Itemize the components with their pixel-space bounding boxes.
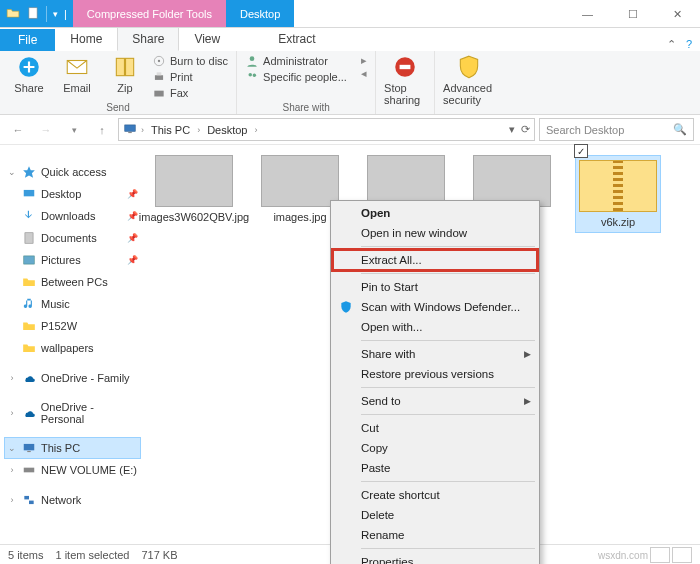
sidebar-item-p152w[interactable]: P152W [4,315,141,337]
search-icon: 🔍 [673,123,687,136]
sidebar-item-downloads[interactable]: Downloads📌 [4,205,141,227]
zip-button[interactable]: Zip [104,54,146,94]
sidebar-item-pictures[interactable]: Pictures📌 [4,249,141,271]
maximize-button[interactable]: ☐ [610,0,655,28]
navigation-pane: ⌄Quick access Desktop📌 Downloads📌 Docume… [0,145,145,544]
checkbox-icon[interactable]: ✓ [574,144,588,158]
send-group: Share Email Zip Burn to disc Print Fax S… [0,51,237,114]
status-selection: 1 item selected [55,549,129,561]
status-size: 717 KB [141,549,177,561]
svg-rect-8 [157,72,162,75]
folder-icon [6,6,20,22]
sidebar-item-desktop[interactable]: Desktop📌 [4,183,141,205]
menu-pin-to-start[interactable]: Pin to Start [333,277,537,297]
crumb-thispc[interactable]: This PC [148,124,193,136]
svg-point-11 [249,73,253,77]
sidebar-item-documents[interactable]: Documents📌 [4,227,141,249]
menu-cut[interactable]: Cut [333,418,537,438]
minimize-button[interactable]: — [565,0,610,28]
svg-rect-18 [25,233,33,244]
menu-create-shortcut[interactable]: Create shortcut [333,485,537,505]
file-item-zip[interactable]: ✓ v6k.zip [575,155,661,233]
sidebar-network[interactable]: ›Network [4,489,141,511]
file-tab[interactable]: File [0,29,55,51]
ribbon-tabs: File Home Share View Extract ⌃ ? [0,28,700,51]
svg-rect-20 [24,444,35,450]
menu-open-new-window[interactable]: Open in new window [333,223,537,243]
burn-button[interactable]: Burn to disc [152,54,228,68]
close-button[interactable]: ✕ [655,0,700,28]
sidebar-this-pc[interactable]: ⌄This PC [4,437,141,459]
svg-point-6 [158,60,160,62]
menu-delete[interactable]: Delete [333,505,537,525]
up-button[interactable]: ↑ [90,118,114,142]
menu-properties[interactable]: Properties [333,552,537,564]
share-button[interactable]: Share [8,54,50,94]
print-button[interactable]: Print [152,70,228,84]
extract-tab[interactable]: Extract [263,27,330,51]
back-button[interactable]: ← [6,118,30,142]
crumb-desktop[interactable]: Desktop [204,124,250,136]
stop-sharing-group: Stop sharing [376,51,435,114]
title-bar: ▾ | Compressed Folder Tools Desktop — ☐ … [0,0,700,28]
sidebar-onedrive-family[interactable]: ›OneDrive - Family [4,367,141,389]
svg-rect-9 [154,91,163,97]
file-item[interactable]: images3W602QBV.jpg [151,155,237,223]
location-tab: Desktop [226,0,294,27]
share-tab[interactable]: Share [117,27,179,51]
email-button[interactable]: Email [56,54,98,94]
divider-icon: | [64,8,67,20]
menu-paste[interactable]: Paste [333,458,537,478]
menu-extract-all[interactable]: Extract All... [333,250,537,270]
advanced-security-group: Advanced security [435,51,503,114]
svg-rect-7 [155,75,163,80]
recent-dropdown[interactable]: ▾ [62,118,86,142]
chevron-right-icon: ▶ [524,349,531,359]
svg-rect-16 [128,131,132,132]
sidebar-item-wallpapers[interactable]: wallpapers [4,337,141,359]
compressed-tools-tab[interactable]: Compressed Folder Tools [73,0,226,27]
dropdown-icon[interactable]: ▾ [53,9,58,19]
dropdown-icon[interactable]: ▾ [509,123,515,136]
watermark: wsxdn.com [598,550,648,561]
stop-sharing-button[interactable]: Stop sharing [384,54,426,106]
menu-rename[interactable]: Rename [333,525,537,545]
contextual-tabs: Compressed Folder Tools Desktop [73,0,295,27]
context-menu: Open Open in new window Extract All... P… [330,200,540,564]
sidebar-item-music[interactable]: Music [4,293,141,315]
sidebar-item-between-pcs[interactable]: Between PCs [4,271,141,293]
help-icon[interactable]: ? [686,38,692,51]
svg-rect-21 [27,451,31,452]
status-item-count: 5 items [8,549,43,561]
svg-point-10 [250,56,255,61]
svg-rect-14 [400,65,411,69]
view-switcher[interactable] [650,547,692,563]
menu-share-with[interactable]: Share with▶ [333,344,537,364]
refresh-icon[interactable]: ⟳ [521,123,530,136]
ribbon: Share Email Zip Burn to disc Print Fax S… [0,51,700,115]
admin-button[interactable]: Administrator [245,54,355,68]
forward-button[interactable]: → [34,118,58,142]
search-input[interactable]: Search Desktop 🔍 [539,118,694,141]
sidebar-quick-access[interactable]: ⌄Quick access [4,161,141,183]
file-icon [26,6,40,22]
sidebar-onedrive-personal[interactable]: ›OneDrive - Personal [4,397,141,429]
svg-rect-22 [24,468,35,473]
quick-access-toolbar: ▾ | [0,0,73,27]
advanced-security-button[interactable]: Advanced security [443,54,495,106]
svg-rect-15 [125,124,136,130]
svg-rect-24 [29,501,34,505]
menu-restore-versions[interactable]: Restore previous versions [333,364,537,384]
home-tab[interactable]: Home [55,27,117,51]
fax-button[interactable]: Fax [152,86,228,100]
view-tab[interactable]: View [179,27,235,51]
specific-people-button[interactable]: Specific people... [245,70,355,84]
sidebar-item-new-volume[interactable]: ›NEW VOLUME (E:) [4,459,141,481]
menu-open[interactable]: Open [333,203,537,223]
menu-open-with[interactable]: Open with... [333,317,537,337]
breadcrumb[interactable]: › This PC › Desktop › ▾ ⟳ [118,118,535,141]
menu-send-to[interactable]: Send to▶ [333,391,537,411]
collapse-ribbon-icon[interactable]: ⌃ [667,38,676,51]
menu-copy[interactable]: Copy [333,438,537,458]
menu-scan-defender[interactable]: Scan with Windows Defender... [333,297,537,317]
